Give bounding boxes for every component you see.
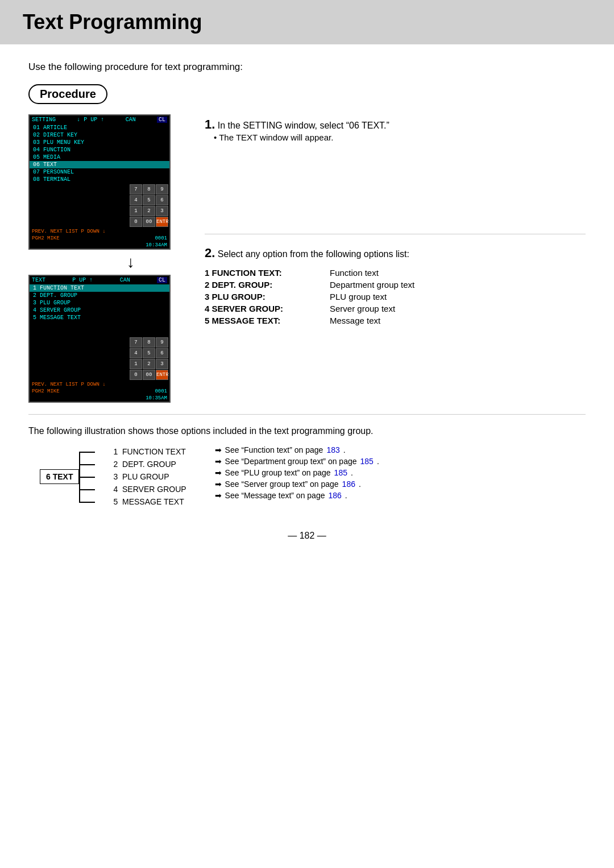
screen2: TEXT P UP ↑ CAN CL 1 FUNCTION TEXT 2 DEP… [28,275,171,403]
s2-key-2: 2 [143,359,155,369]
screen2-num: 0001 [155,388,167,394]
screen2-row-1-selected: 1 FUNCTION TEXT [30,284,169,292]
screen2-blank1 [30,321,169,329]
option-val-4: Server group text [330,304,586,313]
title-bar: Text Programming [0,0,614,44]
illus-link-2: ➡ See “Department group text” on page 18… [215,457,379,466]
tree-lines-container [79,445,96,508]
illus-link-5: ➡ See “Message text” on page 186. [215,491,379,500]
s2-key-8: 8 [143,337,155,348]
option-key-5: 5 MESSAGE TEXT: [205,316,318,325]
down-arrow: ↓ [74,254,188,270]
tree-labels: 1 FUNCTION TEXT 2 DEPT. GROUP 3 PLU GROU… [113,445,186,508]
step2-main: Select any option from the following opt… [218,249,409,259]
screen2-blank2 [30,329,169,336]
s2-key-5: 5 [143,348,155,358]
step1-desc: 1. In the SETTING window, select “06 TEX… [205,114,586,234]
key-7: 7 [130,184,142,195]
tree-label-5: 5 MESSAGE TEXT [113,495,186,508]
link-page-5: 186 [328,491,341,500]
arrow-icon-5: ➡ [215,491,222,500]
screen2-title: TEXT [32,277,45,283]
illus-links: ➡ See “Function text” on page 183. ➡ See… [215,445,379,500]
step1-main: In the SETTING window, select “06 TEXT.” [218,121,389,130]
arrow-icon-3: ➡ [215,468,222,477]
screen1-time-row: 10:34AM [30,242,169,249]
link-text-4: See “Server group text” on page [225,480,339,489]
screen1-row-1: 01 ARTICLE [30,124,169,131]
key-4: 4 [130,195,142,205]
tree-h1 [79,452,95,453]
s2-key-00: 00 [143,370,155,380]
s2-key-6: 6 [156,348,168,358]
option-key-4: 4 SERVER GROUP: [205,304,318,313]
screen1-keypad: 7 8 9 4 5 6 1 2 3 0 00 ENTR [128,183,169,228]
screen1-row-7: 07 PERSONNEL [30,168,169,176]
screen1-row-6-selected: 06 TEXT [30,161,169,168]
screen1-row-3: 03 PLU MENU KEY [30,139,169,146]
page-footer: — 182 — [28,531,586,558]
arrow-icon-2: ➡ [215,457,222,466]
option-key-2: 2 DEPT. GROUP: [205,280,318,290]
screen1-row-2: 02 DIRECT KEY [30,131,169,139]
tree-h4 [79,489,95,490]
screen2-num-area [30,336,128,381]
screen2-row-3: 3 PLU GROUP [30,299,169,307]
screen1-title: SETTING [32,117,56,123]
screen2-can: CAN [120,277,130,283]
key-00: 00 [143,217,155,227]
key-8: 8 [143,184,155,195]
step1-sub: • The TEXT window will appear. [214,133,333,142]
screen1-row-4: 04 FUNCTION [30,146,169,154]
option-key-1: 1 FUNCTION TEXT: [205,268,318,278]
screen1-can: CAN [126,117,136,123]
tree-structure: 1 FUNCTION TEXT 2 DEPT. GROUP 3 PLU GROU… [79,445,186,508]
link-text-1: See “Function text” on page [225,445,323,454]
s2-key-0: 0 [130,370,142,380]
screen1-footer: PREV. NEXT LIST P DOWN ↓ [30,228,169,235]
tree-label-2: 2 DEPT. GROUP [113,458,186,470]
options-list: 1 FUNCTION TEXT: Function text 2 DEPT. G… [205,268,586,325]
s2-key-1: 1 [130,359,142,369]
screen1-area: SETTING ↓ P UP ↑ CAN CL 01 ARTICLE 02 DI… [28,114,188,403]
link-text-5: See “Message text” on page [225,491,325,500]
screen1-bottom: 7 8 9 4 5 6 1 2 3 0 00 ENTR [30,183,169,228]
arrow-icon-4: ➡ [215,480,222,489]
key-entr: ENTR [156,217,168,227]
link-suffix-3: . [351,468,353,477]
option-key-3: 3 PLU GROUP: [205,292,318,301]
screen1-num-area [30,183,128,228]
screen1-row-5: 05 MEDIA [30,154,169,161]
step2-desc: 2. Select any option from the following … [205,234,586,325]
link-suffix-2: . [377,457,379,466]
procedure-badge: Procedure [28,84,107,104]
link-text-2: See “Department group text” on page [225,457,357,466]
screen2-time: 10:35AM [146,395,167,401]
screen2-row-5: 5 MESSAGE TEXT [30,314,169,321]
s2-key-3: 3 [156,359,168,369]
screen2-keypad: 7 8 9 4 5 6 1 2 3 0 00 ENTR [128,336,169,381]
key-6: 6 [156,195,168,205]
tree-label-4: 4 SERVER GROUP [113,483,186,495]
screen2-footer: PREV. NEXT LIST P DOWN ↓ [30,381,169,388]
screen2-header: TEXT P UP ↑ CAN CL [30,276,169,284]
screen1-row-8: 08 TERMINAL [30,176,169,183]
steps-desc: 1. In the SETTING window, select “06 TEX… [188,114,586,325]
tree-h3 [79,477,95,478]
page-number: — 182 — [288,531,326,540]
step-1-row: SETTING ↓ P UP ↑ CAN CL 01 ARTICLE 02 DI… [28,114,586,415]
key-3: 3 [156,206,168,216]
step2-number: 2. [205,246,215,260]
link-suffix-4: . [359,480,361,489]
tree-label-1: 1 FUNCTION TEXT [113,445,186,458]
screen2-pgh: PGH2 MIKE [32,388,60,394]
illus-intro: The following illustration shows those o… [28,426,586,436]
screen1: SETTING ↓ P UP ↑ CAN CL 01 ARTICLE 02 DI… [28,114,171,250]
illus-link-1: ➡ See “Function text” on page 183. [215,445,379,454]
tree-h5 [79,502,95,503]
s2-key-9: 9 [156,337,168,348]
key-5: 5 [143,195,155,205]
link-page-2: 185 [360,457,374,466]
illus-link-3: ➡ See “PLU group text” on page 185. [215,468,379,477]
link-page-1: 183 [326,445,339,454]
